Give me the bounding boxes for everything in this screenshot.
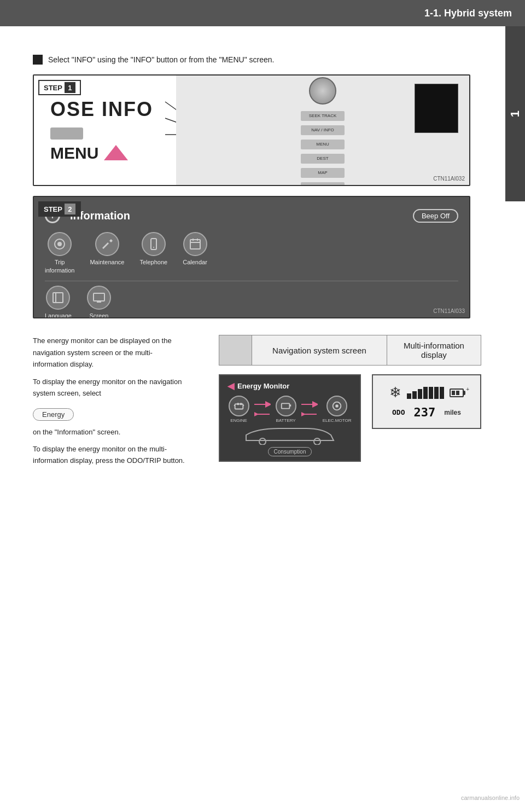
mi-value: 237	[414, 405, 436, 419]
svg-point-4	[57, 242, 62, 246]
bar-2	[412, 391, 417, 399]
step1-label: STEP 1	[38, 80, 81, 95]
info-icons-row2: Language ScreenSetting	[45, 281, 458, 318]
screen-svg	[92, 291, 106, 304]
step1-word: STEP	[44, 84, 62, 92]
trip-icon	[48, 232, 72, 256]
step2-content: i Information Beep Off Tripinformation	[34, 197, 469, 317]
svg-rect-7	[190, 240, 200, 249]
ose-info-display: OSE INFO	[50, 98, 165, 121]
battery-fill2	[456, 391, 459, 395]
car-outline	[228, 425, 352, 446]
menu-display: MENU	[50, 144, 165, 163]
info-screen-header: i Information Beep Off	[45, 208, 458, 223]
consumption-btn-container: Consumption	[228, 446, 352, 455]
mi-battery-bars	[407, 387, 444, 399]
telephone-label: Telephone	[139, 258, 167, 266]
calendar-item[interactable]: Calendar	[183, 232, 207, 266]
para-4: To display the energy monitor on the mul…	[33, 443, 186, 467]
step2-label: STEP 2	[38, 201, 81, 217]
bar-5	[429, 387, 433, 399]
nav-info-btn[interactable]: NAV / INFO	[301, 125, 345, 135]
step2-diagram: STEP 2 i Information Beep Off Tripinform…	[33, 196, 470, 318]
maintenance-item[interactable]: Maintenance	[90, 232, 124, 266]
step2-word: STEP	[44, 205, 62, 213]
menu-btn[interactable]: MENU	[301, 140, 345, 149]
energy-button-pill[interactable]: Energy	[33, 408, 74, 421]
para-1: The energy monitor can be displayed on t…	[33, 335, 186, 370]
tire-svg	[53, 237, 66, 251]
screen-setting-icon	[87, 286, 111, 310]
energy-monitor-screen: ◀ Energy Monitor ENGINE	[219, 374, 361, 462]
screen-setting-item[interactable]: ScreenSetting	[87, 286, 111, 318]
right-column: Navigation system screen Multi-informati…	[219, 335, 481, 472]
trip-info-label: Tripinformation	[45, 258, 74, 274]
screens-row: ◀ Energy Monitor ENGINE	[219, 374, 481, 462]
step1-content: OSE INFO MENU POWER · VOLUME S	[34, 76, 469, 185]
mi-unit: miles	[444, 409, 461, 416]
elec-motor-icon	[326, 396, 347, 416]
svg-point-31	[314, 438, 320, 445]
snowflake-icon: ❄	[389, 384, 401, 401]
language-icon	[46, 286, 70, 310]
em-battery: BATTERY	[276, 396, 296, 423]
mi-top-row: ❄	[389, 384, 464, 401]
para-3: on the "Information" screen.	[33, 426, 186, 438]
bar-3	[418, 389, 422, 399]
table-cell-empty	[219, 335, 252, 366]
telephone-item[interactable]: Telephone	[139, 232, 167, 266]
section-description: Select "INFO" using the "INFO" button or…	[48, 54, 274, 66]
section-heading: Select "INFO" using the "INFO" button or…	[33, 54, 470, 66]
energy-monitor-title: ◀ Energy Monitor	[228, 381, 352, 391]
language-label: Language	[45, 312, 72, 318]
table-cell-multi: Multi-informationdisplay	[387, 335, 481, 366]
maintenance-label: Maintenance	[90, 258, 124, 266]
mi-bottom-row: ODO 237 miles	[392, 405, 461, 419]
header-title: 1-1. Hybrid system	[424, 8, 512, 19]
header-bar: 1-1. Hybrid system	[0, 0, 525, 26]
maintenance-icon	[95, 232, 119, 256]
nav-screen-display	[415, 84, 458, 133]
svg-rect-18	[240, 403, 242, 405]
phone-svg	[147, 237, 160, 251]
volume-knob	[309, 77, 336, 105]
control-panel: POWER · VOLUME SEEK TRACK NAV / INFO MEN…	[301, 74, 345, 186]
beep-off-button[interactable]: Beep Off	[413, 209, 458, 223]
elec-motor-label: ELEC.MOTOR	[323, 418, 352, 423]
mi-bars-and-battery: +	[407, 387, 464, 399]
diagram-code-2: CTN11AI033	[433, 308, 465, 314]
para-2: To display the energy monitor on the nav…	[33, 376, 186, 399]
bar-6	[434, 387, 439, 399]
display-table: Navigation system screen Multi-informati…	[219, 335, 481, 366]
screen-setting-label: ScreenSetting	[90, 312, 109, 318]
language-item[interactable]: Language	[45, 286, 72, 318]
bottom-section: The energy monitor can be displayed on t…	[33, 335, 470, 472]
book-svg	[51, 291, 65, 304]
voice-btn[interactable]: VOICE	[301, 182, 345, 187]
consumption-button[interactable]: Consumption	[268, 447, 312, 456]
em-arrows	[254, 401, 271, 418]
bar-4	[423, 387, 428, 399]
battery-symbol: +	[450, 388, 464, 397]
section-marker	[33, 55, 43, 65]
calendar-svg	[189, 237, 202, 251]
telephone-icon	[142, 232, 166, 256]
gray-button	[50, 127, 83, 140]
svg-point-6	[153, 247, 154, 248]
mi-battery-symbol: +	[450, 388, 464, 397]
main-content: Select "INFO" using the "INFO" button or…	[0, 26, 525, 489]
chapter-number: 1	[508, 111, 522, 117]
calendar-label: Calendar	[183, 258, 207, 266]
calendar-icon	[183, 232, 207, 256]
map-btn[interactable]: MAP	[301, 168, 345, 178]
seek-track-btn[interactable]: SEEK TRACK	[301, 111, 345, 121]
pink-up-arrow	[104, 145, 128, 160]
svg-point-29	[335, 405, 339, 408]
multi-info-display: ❄	[372, 374, 481, 429]
svg-rect-17	[237, 403, 239, 405]
trip-info-item[interactable]: Tripinformation	[45, 232, 74, 274]
step1-diagram: STEP 1 OSE INFO MENU	[33, 74, 470, 186]
em-elec-motor: ELEC.MOTOR	[323, 396, 352, 423]
dest-btn[interactable]: DEST	[301, 154, 345, 164]
svg-rect-11	[53, 293, 63, 303]
